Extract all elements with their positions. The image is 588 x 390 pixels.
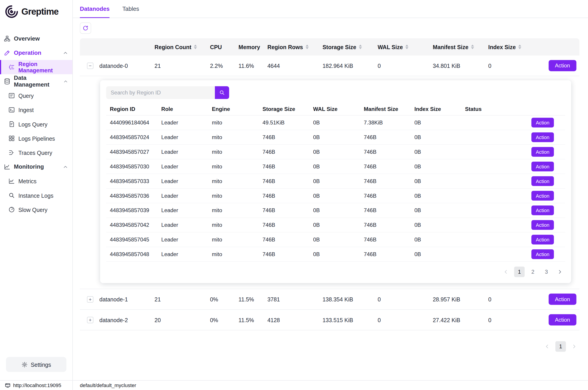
region-id-value: 4440996184064 <box>106 120 158 126</box>
metrics-icon <box>8 178 15 184</box>
column-header-storage-size: Storage Size <box>259 106 310 112</box>
action-button[interactable]: Action <box>531 220 554 230</box>
sidebar-group-label: Monitoring <box>14 163 44 170</box>
column-header-storage-size[interactable]: Storage Size <box>319 44 374 50</box>
action-button[interactable]: Action <box>531 147 554 157</box>
sidebar-group-monitoring[interactable]: Monitoring <box>0 160 72 174</box>
action-button[interactable]: Action <box>531 176 554 186</box>
column-header-region-rows[interactable]: Region Rows <box>264 44 319 50</box>
collapse-datanode-button[interactable]: − <box>87 62 93 69</box>
sort-icon[interactable] <box>194 45 197 49</box>
region-id-value: 4483945857030 <box>106 163 158 170</box>
pagination-page-2[interactable]: 2 <box>528 267 538 277</box>
wal-size-value: 0B <box>309 178 360 184</box>
pagination-prev-button[interactable] <box>542 341 552 352</box>
index-size-value: 0B <box>411 207 461 213</box>
sort-icon[interactable] <box>359 45 362 49</box>
sort-icon[interactable] <box>306 45 309 49</box>
manifest-size-value: 34.801 KiB <box>429 62 485 69</box>
tab-datanodes[interactable]: Datanodes <box>80 0 110 18</box>
sidebar-item-slow-query[interactable]: Slow Query <box>0 202 72 217</box>
cpu-value: 0% <box>206 317 235 323</box>
action-button[interactable]: Action <box>531 249 554 259</box>
settings-label: Settings <box>31 361 51 368</box>
pagination-next-button[interactable] <box>569 341 580 352</box>
storage-size-value: 746B <box>259 163 310 170</box>
refresh-button[interactable] <box>80 23 91 34</box>
main-content: Datanodes Tables Region Count CPU Memory… <box>73 0 588 380</box>
chevron-up-icon <box>63 79 68 84</box>
action-button[interactable]: Action <box>531 205 554 215</box>
index-size-value: 0 <box>485 62 533 69</box>
column-header-wal-size[interactable]: WAL Size <box>374 44 429 50</box>
sidebar-item-query[interactable]: Query <box>0 89 72 103</box>
action-button[interactable]: Action <box>531 118 554 127</box>
sidebar-item-logs-pipelines[interactable]: Logs Pipelines <box>0 131 72 146</box>
sidebar-item-ingest[interactable]: Ingest <box>0 103 72 117</box>
expand-datanode-button[interactable]: + <box>87 317 93 323</box>
sidebar-item-logs-query[interactable]: Logs Query <box>0 117 72 131</box>
sidebar-group-operation[interactable]: Operation <box>0 46 72 60</box>
region-id-value: 4483945857042 <box>106 222 158 228</box>
logs-pipelines-icon <box>8 135 15 142</box>
role-value: Leader <box>158 251 208 257</box>
column-header-index-size[interactable]: Index Size <box>485 44 533 50</box>
region-id-value: 4483945857039 <box>106 207 158 213</box>
role-value: Leader <box>158 120 208 126</box>
region-search-input[interactable] <box>106 86 215 99</box>
region-row: 4483945857027 Leader mito 746B 0B 746B 0… <box>106 145 565 159</box>
region-row: 4483945857024 Leader mito 746B 0B 746B 0… <box>106 130 565 145</box>
action-button[interactable]: Action <box>548 314 577 326</box>
sidebar-item-traces-query[interactable]: Traces Query <box>0 146 72 160</box>
wal-size-value: 0B <box>309 120 360 126</box>
column-header-region-count[interactable]: Region Count <box>151 44 206 50</box>
sidebar-item-region-management[interactable]: Region Management <box>0 60 72 74</box>
wal-size-value: 0 <box>374 62 429 69</box>
pagination-prev-button[interactable] <box>501 267 511 277</box>
region-table-pagination: 1 2 3 <box>106 262 565 277</box>
sort-icon[interactable] <box>471 45 474 49</box>
engine-value: mito <box>208 193 259 199</box>
pagination-page-1[interactable]: 1 <box>514 267 525 277</box>
action-button[interactable]: Action <box>548 60 577 71</box>
role-value: Leader <box>158 193 208 199</box>
sidebar-item-metrics[interactable]: Metrics <box>0 174 72 188</box>
action-button[interactable]: Action <box>531 162 554 171</box>
sidebar-item-instance-logs[interactable]: Instance Logs <box>0 188 72 202</box>
database-icon <box>4 78 11 85</box>
datanodes-table: Region Count CPU Memory Region Rows Stor… <box>80 38 580 331</box>
sidebar-group-data-management[interactable]: Data Management <box>0 74 72 88</box>
region-table-header: Region ID Role Engine Storage Size WAL S… <box>106 103 565 116</box>
pagination-page-3[interactable]: 3 <box>541 267 552 277</box>
logs-query-icon <box>8 121 15 128</box>
endpoint-icon <box>5 383 11 388</box>
datanodes-pagination: 1 <box>73 336 580 352</box>
region-id-value: 4483945857036 <box>106 193 158 199</box>
sort-icon[interactable] <box>518 45 521 49</box>
action-button[interactable]: Action <box>531 132 554 142</box>
region-id-value: 4483945857024 <box>106 134 158 140</box>
sidebar-item-overview[interactable]: Overview <box>0 32 72 46</box>
region-search-button[interactable] <box>215 86 229 99</box>
settings-button[interactable]: Settings <box>6 357 66 372</box>
engine-value: mito <box>208 178 259 184</box>
brand-logo[interactable]: Greptime <box>0 0 72 23</box>
chevron-up-icon <box>63 164 68 169</box>
expand-datanode-button[interactable]: + <box>87 296 93 302</box>
pagination-next-button[interactable] <box>555 267 565 277</box>
index-size-value: 0B <box>411 251 461 257</box>
storage-size-value: 746B <box>259 222 310 228</box>
index-size-value: 0B <box>411 163 461 170</box>
sidebar-group-label: Operation <box>14 49 42 56</box>
action-button[interactable]: Action <box>531 235 554 244</box>
action-button[interactable]: Action <box>548 293 577 305</box>
tab-tables[interactable]: Tables <box>122 0 139 18</box>
action-button[interactable]: Action <box>531 191 554 201</box>
wal-size-value: 0B <box>309 193 360 199</box>
pagination-page-1[interactable]: 1 <box>555 341 566 352</box>
datanode-row: − datanode-0 21 2.2% 11.6% 4644 182.964 … <box>80 55 580 76</box>
sidebar-nav: Overview Operation Region Management Dat… <box>0 32 72 217</box>
sort-icon[interactable] <box>405 45 408 49</box>
region-row: 4483945857048 Leader mito 746B 0B 746B 0… <box>106 247 565 262</box>
column-header-manifest-size[interactable]: Manifest Size <box>429 44 485 50</box>
